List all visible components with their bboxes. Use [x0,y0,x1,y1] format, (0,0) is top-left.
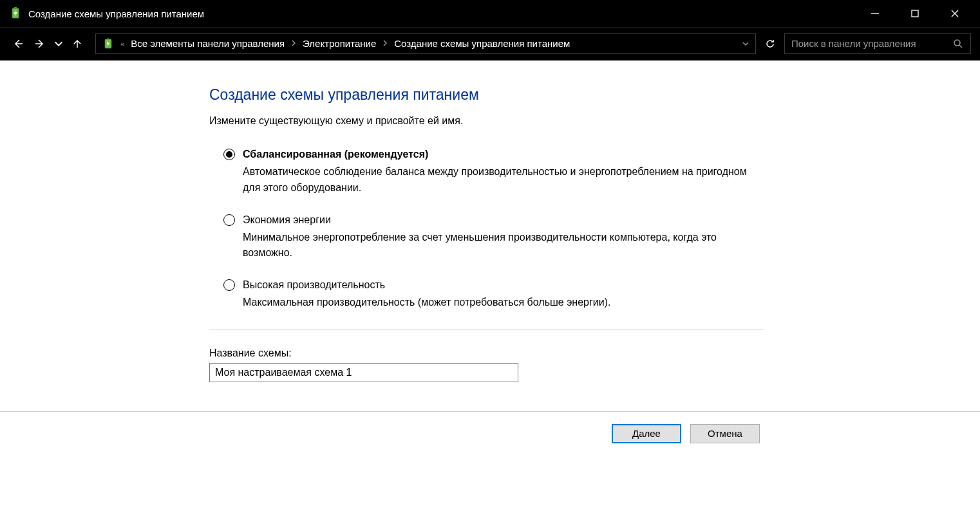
plan-option-high-performance: Высокая производительность Максимальная … [223,279,763,311]
back-button[interactable] [9,35,27,53]
radio-high-performance[interactable] [223,279,235,291]
minimize-button[interactable] [855,0,895,27]
overflow-chevron-icon[interactable]: « [120,40,124,48]
breadcrumb-create-plan[interactable]: Создание схемы управления питанием [394,38,570,49]
plan-desc-balanced: Автоматическое соблюдение баланса между … [223,164,751,196]
window-controls [855,0,975,27]
page-heading: Создание схемы управления питанием [209,86,763,104]
maximize-button[interactable] [895,0,935,27]
forward-button[interactable] [31,35,49,53]
search-icon[interactable] [952,38,964,50]
window-title: Создание схемы управления питанием [28,8,855,19]
plan-name-input[interactable] [209,363,518,382]
svg-line-9 [959,45,962,48]
chevron-right-icon [291,40,296,48]
radio-energy-saver[interactable] [223,214,235,226]
plan-option-energy-saver: Экономия энергии Минимальное энергопотре… [223,214,763,262]
plan-title-high-performance[interactable]: Высокая производительность [243,279,385,291]
titlebar: Создание схемы управления питанием [0,0,980,27]
app-icon [9,7,22,20]
plan-name-label: Название схемы: [209,347,763,359]
next-button[interactable]: Далее [612,424,681,443]
search-box[interactable] [784,33,971,54]
svg-rect-1 [14,7,17,9]
recent-locations-button[interactable] [53,35,64,53]
plan-title-balanced[interactable]: Сбалансированная (рекомендуется) [243,149,428,160]
footer-bar: Далее Отмена [0,411,980,455]
svg-point-8 [954,40,960,46]
svg-rect-7 [107,38,109,39]
breadcrumb-power[interactable]: Электропитание [303,38,376,49]
search-input[interactable] [791,38,952,49]
close-button[interactable] [935,0,975,27]
plan-desc-energy-saver: Минимальное энергопотребление за счет ум… [223,230,751,262]
divider [209,329,764,329]
chevron-right-icon [382,40,388,48]
content-area: Создание схемы управления питанием Измен… [0,60,980,527]
chevron-down-icon[interactable] [742,40,749,48]
plan-desc-high-performance: Максимальная производительность (может п… [223,295,751,311]
svg-rect-3 [912,10,918,17]
battery-icon [102,38,114,50]
plan-title-energy-saver[interactable]: Экономия энергии [243,214,331,226]
refresh-button[interactable] [760,33,780,54]
navigation-bar: « Все элементы панели управления Электро… [0,27,980,59]
page-subtext: Измените существующую схему и присвойте … [209,115,763,127]
up-button[interactable] [68,35,86,53]
radio-balanced[interactable] [223,149,235,160]
breadcrumb-all-items[interactable]: Все элементы панели управления [131,38,285,49]
cancel-button[interactable]: Отмена [690,424,760,443]
plan-options: Сбалансированная (рекомендуется) Автомат… [209,149,763,311]
plan-option-balanced: Сбалансированная (рекомендуется) Автомат… [223,149,763,196]
address-bar[interactable]: « Все элементы панели управления Электро… [95,33,756,54]
